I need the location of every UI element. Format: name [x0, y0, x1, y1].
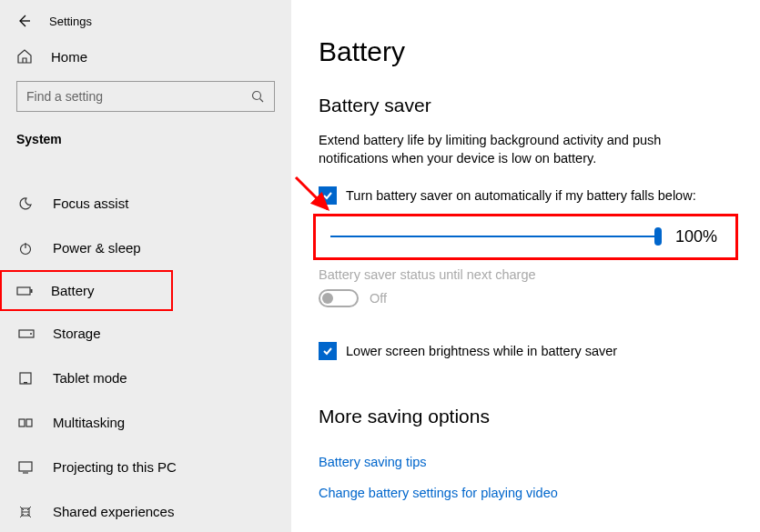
status-toggle[interactable] [319, 289, 359, 307]
brightness-label: Lower screen brightness while in battery… [346, 344, 617, 358]
battery-tips-link[interactable]: Battery saving tips [319, 455, 733, 469]
sidebar-item-label: Multitasking [53, 415, 125, 430]
main-content: Battery Battery saver Extend battery lif… [291, 0, 760, 532]
search-input[interactable] [26, 89, 250, 104]
status-toggle-row: Off [319, 289, 733, 307]
sidebar: Settings Home System Focus assist Power … [0, 0, 291, 532]
threshold-slider-container: 100% [313, 214, 738, 260]
section-label: System [0, 125, 291, 159]
video-settings-link[interactable]: Change battery settings for playing vide… [319, 486, 733, 500]
svg-rect-2 [17, 287, 30, 295]
auto-on-checkbox[interactable] [319, 186, 337, 205]
svg-rect-3 [31, 289, 33, 293]
auto-on-checkbox-row: Turn battery saver on automatically if m… [319, 186, 733, 205]
sidebar-item-label: Storage [53, 326, 101, 341]
moon-icon [18, 196, 36, 211]
home-icon [16, 48, 35, 65]
slider-value: 100% [675, 227, 721, 246]
brightness-checkbox[interactable] [319, 342, 337, 360]
multitasking-icon [18, 416, 36, 430]
svg-rect-8 [19, 419, 25, 427]
toggle-knob [322, 293, 333, 304]
svg-rect-9 [26, 419, 32, 427]
brightness-checkbox-row: Lower screen brightness while in battery… [319, 342, 733, 360]
power-icon [18, 241, 36, 256]
toggle-state-label: Off [370, 291, 387, 306]
sidebar-item-focus-assist[interactable]: Focus assist [0, 181, 291, 226]
threshold-slider[interactable] [330, 236, 657, 237]
sidebar-item-shared-experiences[interactable]: Shared experiences [0, 489, 291, 532]
status-label: Battery saver status until next charge [319, 267, 733, 282]
tablet-icon [18, 371, 36, 386]
sidebar-item-power-sleep[interactable]: Power & sleep [0, 226, 291, 270]
sidebar-item-label: Tablet mode [53, 370, 127, 386]
sidebar-item-label: Shared experiences [53, 504, 174, 519]
battery-icon [16, 286, 35, 296]
sidebar-item-multitasking[interactable]: Multitasking [0, 400, 291, 445]
sidebar-item-label: Focus assist [53, 196, 128, 211]
sidebar-item-storage[interactable]: Storage [0, 311, 291, 356]
sidebar-header: Settings [0, 9, 291, 39]
sidebar-item-projecting[interactable]: Projecting to this PC [0, 445, 291, 489]
sidebar-item-battery[interactable]: Battery [0, 270, 173, 311]
svg-rect-10 [19, 462, 32, 471]
home-label: Home [51, 49, 87, 65]
sidebar-item-label: Power & sleep [53, 240, 141, 256]
home-button[interactable]: Home [0, 39, 291, 74]
share-icon [18, 505, 36, 519]
sidebar-item-label: Battery [51, 283, 95, 298]
more-options-heading: More saving options [319, 406, 733, 427]
svg-point-0 [253, 92, 261, 100]
page-title: Battery [319, 36, 733, 67]
storage-icon [18, 328, 36, 339]
sidebar-item-tablet-mode[interactable]: Tablet mode [0, 356, 291, 400]
projecting-icon [18, 460, 36, 475]
settings-title: Settings [49, 15, 92, 28]
search-icon [250, 89, 265, 104]
battery-saver-heading: Battery saver [319, 95, 733, 116]
svg-rect-7 [24, 382, 27, 384]
auto-on-label: Turn battery saver on automatically if m… [346, 188, 696, 203]
slider-thumb[interactable] [654, 227, 662, 246]
back-icon[interactable] [16, 14, 31, 28]
sidebar-item-label: Projecting to this PC [53, 459, 177, 475]
search-box[interactable] [16, 81, 275, 112]
svg-point-5 [30, 333, 32, 335]
battery-saver-description: Extend battery life by limiting backgrou… [319, 131, 733, 168]
